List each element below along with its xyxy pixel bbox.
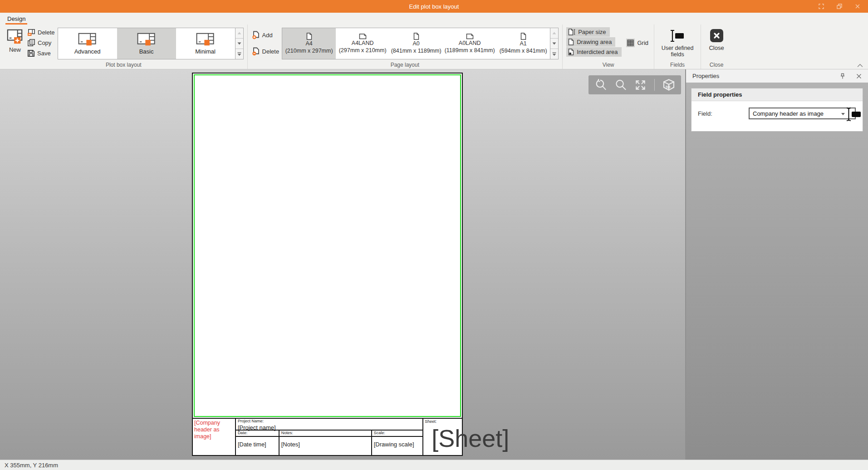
toolbar-separator	[654, 79, 655, 91]
notes-cell[interactable]: Notes: [Notes]	[280, 431, 372, 455]
toggle-grid[interactable]: Grid	[626, 39, 649, 47]
toggle-interdicted-area[interactable]: Interdicted area	[566, 47, 621, 57]
company-header-field[interactable]: [Company header as image]	[193, 419, 236, 455]
plot-page[interactable]: [Company header as image] Project Name: …	[192, 73, 463, 456]
gallery-scroll-up-button[interactable]	[550, 28, 558, 39]
field-label: Field:	[698, 110, 749, 117]
page-size-name: A4	[306, 40, 313, 47]
page-size-dims: (841mm x 1189mm)	[391, 48, 441, 54]
zoom-button[interactable]	[614, 79, 627, 91]
cursor-coordinates: X 355mm, Y 216mm	[5, 462, 58, 469]
restore-button[interactable]	[834, 1, 845, 12]
plot-box-layout-icon	[136, 33, 157, 46]
sheet-label: Sheet:	[425, 420, 461, 424]
new-plot-box-icon	[7, 29, 23, 45]
plot-box-item-label: Advanced	[74, 48, 101, 55]
sheet-cell[interactable]: Sheet: [Sheet]	[423, 419, 462, 455]
page-size-item-a4land[interactable]: A4LAND (297mm x 210mm)	[336, 28, 389, 59]
group-page-layout: Add Delete	[248, 24, 563, 69]
field-properties-row: Field: Company header as image	[691, 101, 863, 131]
gallery-expand-button[interactable]	[550, 49, 558, 59]
fullscreen-button[interactable]	[815, 1, 827, 12]
plot-box-item-minimal[interactable]: Minimal	[176, 28, 235, 59]
plot-box-item-label: Minimal	[195, 48, 216, 55]
group-close: Close Close	[701, 24, 732, 69]
copy-plot-box-button[interactable]: Copy	[27, 38, 55, 47]
fullscreen-icon	[818, 3, 824, 10]
view-3d-button[interactable]: 3D	[662, 78, 675, 91]
group-label-fields: Fields	[654, 62, 701, 68]
zoom-previous-button[interactable]	[594, 79, 607, 91]
close-dialog-button[interactable]: Close	[705, 27, 728, 51]
delete-page-button[interactable]: Delete	[252, 47, 280, 56]
properties-panel-title: Properties	[692, 73, 719, 79]
gallery-expand-button[interactable]	[235, 49, 243, 59]
delete-page-label: Delete	[262, 48, 280, 55]
page-size-name: A0LAND	[459, 40, 481, 47]
page-size-item-a1[interactable]: A1 (594mm x 841mm)	[496, 28, 550, 59]
layout-canvas[interactable]: [Company header as image] Project Name: …	[0, 69, 685, 460]
mouse-cursor	[845, 107, 862, 122]
page-landscape-icon	[466, 34, 474, 39]
plot-box-gallery-scrollbar	[235, 28, 243, 59]
page-size-item-a0[interactable]: A0 (841mm x 1189mm)	[389, 28, 443, 59]
project-name-cell[interactable]: Project Name: [Project name]	[236, 419, 422, 431]
close-icon	[856, 73, 862, 79]
gallery-scroll-down-button[interactable]	[235, 39, 243, 49]
status-bar: X 355mm, Y 216mm	[0, 460, 868, 470]
toggle-drawing-area-label: Drawing area	[577, 39, 612, 45]
plot-box-gallery-items: Advanced	[58, 28, 235, 59]
page-size-item-a4[interactable]: A4 (210mm x 297mm)	[282, 28, 336, 59]
plot-box-item-advanced[interactable]: Advanced	[58, 28, 117, 59]
close-icon	[710, 29, 723, 42]
user-defined-fields-button[interactable]: User defined fields	[658, 27, 697, 58]
field-select[interactable]: Company header as image	[749, 108, 856, 119]
page-portrait-icon	[306, 33, 312, 40]
page-size-dims: (1189mm x 841mm)	[445, 47, 495, 54]
toggle-paper-size[interactable]: Paper size	[566, 27, 609, 37]
plot-box-item-basic[interactable]: Basic	[117, 28, 176, 59]
zoom-icon	[614, 79, 627, 91]
close-dialog-label: Close	[709, 44, 724, 51]
title-block-subrow: Date: [Date time] Notes: [Notes] Scale: …	[236, 431, 422, 455]
field-select-value: Company header as image	[753, 110, 824, 117]
toggle-interdicted-area-label: Interdicted area	[577, 49, 618, 55]
ribbon-collapse-button[interactable]	[857, 64, 863, 68]
notes-value: [Notes]	[280, 437, 371, 448]
group-label-page-layout: Page layout	[248, 62, 563, 68]
close-icon	[854, 3, 861, 10]
page-layout-small-buttons: Add Delete	[252, 30, 280, 56]
gallery-expand-icon	[237, 52, 241, 56]
gallery-scroll-up-button[interactable]	[235, 28, 243, 39]
gallery-scroll-down-button[interactable]	[550, 39, 558, 49]
add-page-button[interactable]: Add	[252, 30, 280, 39]
page-size-name: A0	[413, 40, 420, 47]
tab-design[interactable]: Design	[5, 14, 27, 24]
toggle-drawing-area[interactable]: Drawing area	[566, 37, 615, 47]
close-panel-button[interactable]	[856, 73, 862, 79]
zoom-extents-button[interactable]	[634, 79, 647, 91]
title-block[interactable]: [Company header as image] Project Name: …	[193, 418, 462, 455]
delete-plot-box-button[interactable]: Delete	[27, 28, 55, 37]
window-close-button[interactable]	[852, 1, 863, 12]
page-size-dims: (594mm x 841mm)	[500, 48, 547, 54]
plot-box-item-label: Basic	[139, 48, 154, 55]
ribbon: New Delete	[0, 24, 868, 69]
interdicted-area-icon	[568, 49, 574, 55]
save-plot-box-button[interactable]: Save	[27, 49, 55, 58]
zoom-extents-icon	[634, 79, 647, 91]
plot-box-small-buttons: Delete Copy	[27, 28, 55, 58]
group-label-close: Close	[701, 62, 732, 68]
title-bar: Edit plot box layout	[0, 0, 868, 13]
page-size-name: A4LAND	[352, 40, 374, 47]
scale-cell[interactable]: Scale: [Drawing scale]	[372, 431, 422, 455]
copy-plot-box-icon	[27, 39, 35, 47]
new-plot-box-button[interactable]: New	[4, 27, 26, 53]
page-landscape-icon	[359, 34, 367, 39]
group-label-view: View	[563, 62, 654, 68]
pin-panel-button[interactable]	[840, 73, 845, 79]
page-size-item-a0land[interactable]: A0LAND (1189mm x 841mm)	[443, 28, 496, 59]
delete-page-icon	[252, 47, 260, 56]
chevron-up-icon	[857, 64, 863, 68]
date-cell[interactable]: Date: [Date time]	[236, 431, 280, 455]
